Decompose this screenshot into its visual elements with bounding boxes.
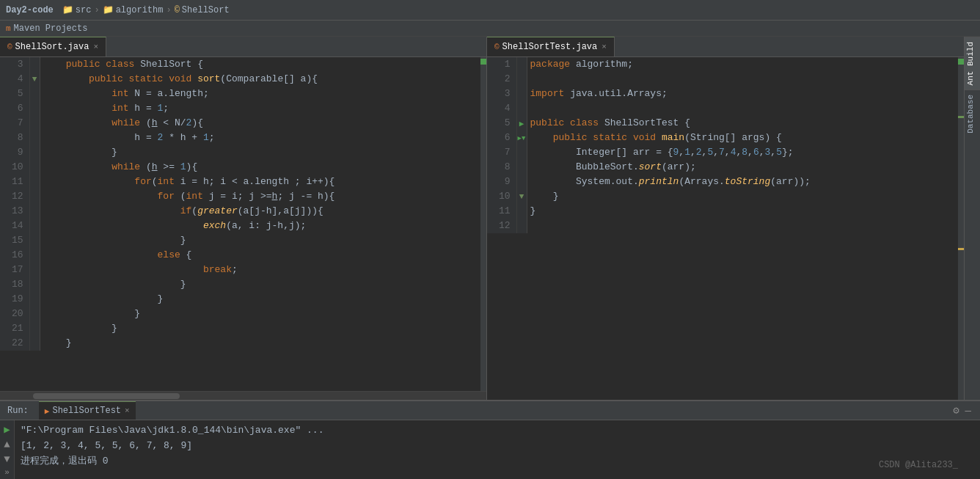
run-play-btn[interactable]: ▶ <box>4 423 10 436</box>
right-code-table: 1 package algorithm; 2 3 import java.uti… <box>487 57 958 233</box>
table-row: 3 public class ShellSort { <box>0 57 480 72</box>
tab-shellsort[interactable]: © ShellSort.java × <box>0 37 106 56</box>
maven-icon: m <box>6 24 11 33</box>
table-row: 4 <box>487 101 958 116</box>
run-controls: ▶ ▲ ▼ » <box>0 420 15 479</box>
table-row: 16 else { <box>0 248 480 263</box>
bottom-content[interactable]: "F:\Program Files\Java\jdk1.8.0_144\bin\… <box>15 420 980 479</box>
table-row: 22 } <box>0 336 480 351</box>
breadcrumb-sep2: › <box>166 5 171 15</box>
table-row: 9 } <box>0 145 480 160</box>
ant-build-panel[interactable]: Ant Build <box>965 37 980 89</box>
project-title: Day2-code <box>6 5 54 15</box>
table-row: 11 } <box>487 204 958 219</box>
folder-icon: 📁 <box>62 4 73 15</box>
table-row: 8 BubbleSort.sort(arr); <box>487 160 958 175</box>
table-row: 6 ▶▼ public static void main(String[] ar… <box>487 131 958 145</box>
run-more-btn[interactable]: » <box>4 468 10 477</box>
table-row: 2 <box>487 72 958 87</box>
run-scroll-up[interactable]: ▲ <box>4 439 10 450</box>
table-row: 17 break; <box>0 263 480 277</box>
run-label: Run: <box>3 406 33 416</box>
folder-icon2: 📁 <box>103 4 114 15</box>
table-row: 1 package algorithm; <box>487 57 958 72</box>
left-editor-content: 3 public class ShellSort { 4 ▼ public st… <box>0 57 486 391</box>
side-panels: Ant Build Database <box>964 37 980 400</box>
right-editor-content: 1 package algorithm; 2 3 import java.uti… <box>487 57 964 400</box>
table-row: 13 if(greater(a[j-h],a[j])){ <box>0 204 480 219</box>
settings-icon[interactable]: ⚙ <box>953 404 959 417</box>
right-marker-top <box>958 59 964 65</box>
table-row: 9 System.out.println(Arrays.toString(arr… <box>487 175 958 189</box>
left-tabs: © ShellSort.java × <box>0 37 486 57</box>
tab-icon-left: © <box>7 43 12 51</box>
file-icon: © <box>175 5 180 15</box>
tab-icon-right: © <box>494 43 500 51</box>
right-tabs: © ShellSortTest.java × <box>487 37 964 57</box>
table-row: 10 ▼ } <box>487 189 958 204</box>
table-row: 4 ▼ public static void sort(Comparable[]… <box>0 72 480 87</box>
table-row: 19 } <box>0 292 480 307</box>
run-tab-icon: ▶ <box>45 406 50 416</box>
tab-label-right: ShellSortTest.java <box>502 42 598 52</box>
breadcrumb: 📁 src › 📁 algorithm › © ShellSort <box>62 4 230 15</box>
table-row: 7 Integer[] arr = {9,1,2,5,7,4,8,6,3,5}; <box>487 145 958 160</box>
bottom-tabs: Run: ▶ ShellSortTest × ⚙ — <box>0 401 980 420</box>
bottom-tab-close[interactable]: × <box>125 406 130 415</box>
run-result: [1, 2, 3, 4, 5, 5, 6, 7, 8, 9] <box>21 439 974 454</box>
table-row: 11 for(int i = h; i < a.length ; i++){ <box>0 175 480 189</box>
table-row: 14 exch(a, i: j-h,j); <box>0 219 480 233</box>
table-row: 12 for (int j = i; j >=h; j -= h){ <box>0 189 480 204</box>
table-row: 3 import java.util.Arrays; <box>487 87 958 101</box>
left-hscroll-thumb <box>33 393 180 399</box>
breadcrumb-src: 📁 src <box>62 4 92 15</box>
bottom-main: ▶ ▲ ▼ » "F:\Program Files\Java\jdk1.8.0_… <box>0 420 980 479</box>
bottom-toolbar: ⚙ — <box>947 404 977 417</box>
run-end: 进程完成，退出码 0 <box>21 454 974 469</box>
table-row: 18 } <box>0 277 480 292</box>
table-row: 15 } <box>0 233 480 248</box>
database-panel[interactable]: Database <box>965 89 980 138</box>
csdn-watermark: CSDN @Alita233_ <box>879 460 958 470</box>
bottom-tab-label: ShellSortTest <box>52 406 121 416</box>
table-row: 7 while (h < N/2){ <box>0 116 480 131</box>
bottom-panel: Run: ▶ ShellSortTest × ⚙ — ▶ ▲ ▼ » "F:\P… <box>0 400 980 479</box>
maven-label: Maven Projects <box>14 23 88 34</box>
table-row: 5 ▶ public class ShellSortTest { <box>487 116 958 131</box>
tab-shellsorttest[interactable]: © ShellSortTest.java × <box>487 37 615 56</box>
close-bottom-icon[interactable]: — <box>965 405 971 417</box>
editor-area: © ShellSort.java × 3 public class ShellS… <box>0 37 980 400</box>
table-row: 12 <box>487 219 958 233</box>
right-markers-rail <box>958 57 964 400</box>
left-code-table: 3 public class ShellSort { 4 ▼ public st… <box>0 57 480 351</box>
right-code-scroll[interactable]: 1 package algorithm; 2 3 import java.uti… <box>487 57 958 400</box>
left-code-scroll[interactable]: 3 public class ShellSort { 4 ▼ public st… <box>0 57 480 391</box>
table-row: 10 while (h >= 1){ <box>0 160 480 175</box>
run-line1: "F:\Program Files\Java\jdk1.8.0_144\bin\… <box>21 423 974 439</box>
table-row: 20 } <box>0 307 480 321</box>
right-marker-1 <box>958 116 964 118</box>
tab-close-left[interactable]: × <box>93 43 98 51</box>
table-row: 5 int N = a.length; <box>0 87 480 101</box>
left-markers-rail <box>480 57 486 391</box>
table-row: 8 h = 2 * h + 1; <box>0 131 480 145</box>
right-editor-pane: © ShellSortTest.java × 1 package algorit… <box>487 37 964 400</box>
maven-bar: m Maven Projects <box>0 21 980 37</box>
right-marker-2 <box>958 248 964 250</box>
left-hscroll[interactable] <box>0 391 486 400</box>
breadcrumb-file: © ShellSort <box>175 5 230 15</box>
tab-label-left: ShellSort.java <box>15 42 89 52</box>
table-row: 6 int h = 1; <box>0 101 480 116</box>
marker-top <box>480 59 486 65</box>
run-scroll-down[interactable]: ▼ <box>4 453 10 465</box>
breadcrumb-algorithm: 📁 algorithm <box>103 4 164 15</box>
left-editor-pane: © ShellSort.java × 3 public class ShellS… <box>0 37 487 400</box>
tab-close-right[interactable]: × <box>601 43 607 51</box>
top-bar: Day2-code 📁 src › 📁 algorithm › © ShellS… <box>0 0 980 21</box>
table-row: 21 } <box>0 321 480 336</box>
bottom-tab-run[interactable]: ▶ ShellSortTest × <box>39 401 136 420</box>
breadcrumb-sep1: › <box>94 5 99 15</box>
